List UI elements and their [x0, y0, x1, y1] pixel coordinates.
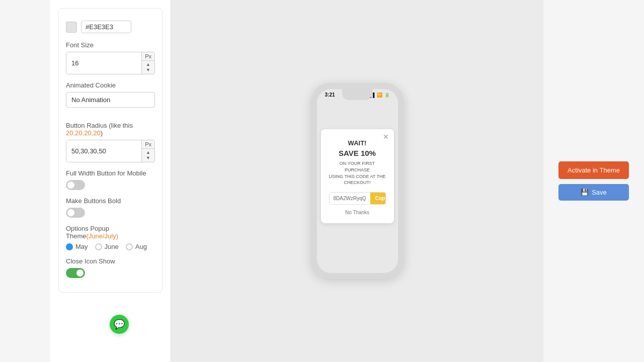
button-radius-up[interactable]: ▲: [146, 150, 150, 155]
radio-dot-aug: [126, 243, 133, 250]
make-bold-label: Make Buttons Bold: [66, 197, 155, 205]
copy-button[interactable]: Copy: [370, 193, 386, 204]
font-size-input-group: 16 Px ▲ ▼: [66, 52, 155, 74]
phone-notch: [342, 89, 372, 100]
theme-radio-group: May June Aug: [66, 243, 155, 250]
font-size-input[interactable]: 16: [66, 52, 141, 74]
close-icon-toggle[interactable]: [66, 268, 85, 278]
font-size-arrows: ▲ ▼: [142, 61, 154, 74]
animated-cookie-group: Animated Cookie No Animation: [66, 81, 155, 115]
popup-discount: SAVE 10%: [329, 149, 386, 157]
phone-time: 3:21: [325, 92, 335, 98]
theme-radio-aug[interactable]: Aug: [126, 243, 147, 250]
close-icon-group: Close Icon Show: [66, 257, 155, 278]
phone-mockup: 3:21 ▐▐▐ 🛜 🔋 ✕ WAIT! SAVE 10% ON YOUR FI…: [311, 83, 404, 279]
button-radius-input-group: 50,30,30,50 Px ▲ ▼: [66, 140, 155, 162]
theme-radio-may[interactable]: May: [66, 243, 88, 250]
font-size-label: Font Size: [66, 41, 155, 49]
button-radius-down[interactable]: ▼: [146, 155, 150, 161]
radio-dot-june: [95, 243, 102, 250]
font-size-unit-block: Px ▲ ▼: [141, 52, 154, 74]
options-theme-suffix: (June/July): [86, 232, 118, 240]
full-width-toggle[interactable]: [66, 180, 85, 190]
button-radius-label: Button Radius (like this 20,20,20,20): [66, 122, 155, 137]
button-radius-close: ): [101, 129, 103, 137]
button-radius-example: 20,20,20,20: [66, 129, 101, 137]
save-icon: 💾: [581, 189, 589, 196]
chat-icon: 💬: [114, 319, 125, 330]
font-size-group: Font Size 16 Px ▲ ▼: [66, 41, 155, 74]
button-radius-unit: Px: [142, 140, 154, 149]
phone-screen: 3:21 ▐▐▐ 🛜 🔋 ✕ WAIT! SAVE 10% ON YOUR FI…: [317, 89, 398, 273]
activate-button[interactable]: Activate in Theme: [558, 161, 629, 179]
font-size-unit: Px: [142, 52, 154, 61]
battery-icon: 🔋: [384, 93, 390, 98]
button-radius-arrows: ▲ ▼: [142, 149, 154, 162]
phone-content: ✕ WAIT! SAVE 10% ON YOUR FIRST PURCHASE …: [317, 100, 398, 253]
right-sidebar: Activate in Theme 💾 Save: [543, 0, 644, 362]
theme-label-aug: Aug: [135, 243, 147, 250]
preview-area: 3:21 ▐▐▐ 🛜 🔋 ✕ WAIT! SAVE 10% ON YOUR FI…: [171, 0, 543, 362]
coupon-row: 8DA2WzRyqQ Copy: [329, 192, 386, 205]
full-width-slider: [66, 180, 85, 190]
close-icon-slider: [66, 268, 85, 278]
animated-cookie-label: Animated Cookie: [66, 81, 155, 89]
button-radius-group: Button Radius (like this 20,20,20,20) 50…: [66, 122, 155, 162]
settings-panel: #E3E3E3 Font Size 16 Px ▲ ▼: [50, 0, 171, 362]
coupon-code: 8DA2WzRyqQ: [330, 193, 370, 204]
save-label: Save: [592, 189, 607, 196]
button-radius-text: Button Radius (like this: [66, 122, 133, 129]
wifi-icon: 🛜: [377, 93, 382, 98]
popup-description: ON YOUR FIRST PURCHASE USING THIS CODE A…: [329, 160, 386, 186]
make-bold-toggle-row: [66, 208, 155, 218]
chat-bubble[interactable]: 💬: [110, 315, 129, 334]
color-swatch[interactable]: [66, 22, 77, 33]
theme-radio-june[interactable]: June: [95, 243, 119, 250]
phone-bottom: [317, 253, 398, 273]
theme-label-may: May: [75, 243, 88, 250]
close-icon-toggle-row: [66, 268, 155, 278]
popup-close-icon[interactable]: ✕: [383, 133, 389, 140]
full-width-toggle-row: [66, 180, 155, 190]
left-sidebar: [0, 0, 50, 362]
options-theme-label: Options Popup Theme(June/July): [66, 225, 155, 240]
popup-card: ✕ WAIT! SAVE 10% ON YOUR FIRST PURCHASE …: [321, 129, 394, 223]
make-bold-slider: [66, 208, 85, 218]
make-bold-toggle[interactable]: [66, 208, 85, 218]
color-input[interactable]: #E3E3E3: [81, 21, 131, 33]
animated-cookie-select[interactable]: No Animation: [66, 92, 155, 108]
button-radius-unit-block: Px ▲ ▼: [141, 140, 154, 162]
color-row: #E3E3E3: [66, 21, 155, 33]
theme-label-june: June: [105, 243, 119, 250]
make-bold-group: Make Buttons Bold: [66, 197, 155, 218]
button-radius-input[interactable]: 50,30,30,50: [66, 140, 141, 162]
no-thanks[interactable]: No Thanks: [329, 210, 386, 215]
popup-title: WAIT!: [329, 139, 386, 147]
close-icon-label: Close Icon Show: [66, 257, 155, 265]
full-width-label: Full Width Button for Mobile: [66, 169, 155, 177]
options-theme-group: Options Popup Theme(June/July) May June …: [66, 225, 155, 250]
font-size-up[interactable]: ▲: [146, 62, 150, 67]
radio-dot-may: [66, 243, 73, 250]
font-size-down[interactable]: ▼: [146, 67, 150, 73]
save-button[interactable]: 💾 Save: [558, 184, 629, 201]
full-width-group: Full Width Button for Mobile: [66, 169, 155, 190]
